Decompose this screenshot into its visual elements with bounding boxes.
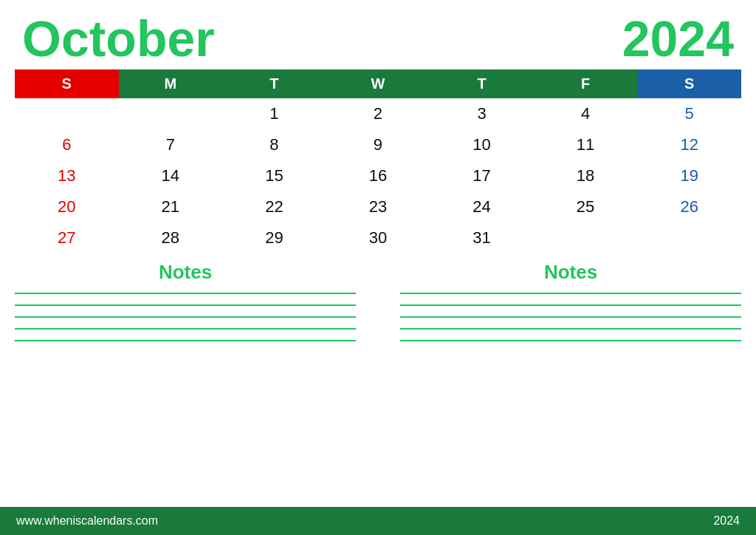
calendar-day: 18 — [534, 160, 638, 191]
calendar-row: 13141516171819 — [15, 160, 741, 191]
calendar-day: 10 — [430, 129, 534, 160]
header-sunday: S — [15, 69, 119, 98]
calendar-day: 15 — [222, 160, 326, 191]
header-friday: F — [534, 69, 638, 98]
notes-right-lines — [400, 293, 741, 341]
calendar-day: 3 — [430, 98, 534, 129]
calendar-day: 7 — [119, 129, 223, 160]
notes-line — [400, 304, 741, 306]
notes-right-label: Notes — [544, 261, 597, 284]
calendar-day: 2 — [326, 98, 430, 129]
calendar-day: 31 — [430, 222, 534, 253]
calendar-day: 6 — [15, 129, 119, 160]
calendar-day — [15, 98, 119, 129]
calendar-day: 28 — [119, 222, 223, 253]
calendar-day: 20 — [15, 191, 119, 222]
notes-left: Notes — [15, 261, 356, 507]
notes-section: Notes Notes — [0, 253, 756, 507]
footer: www.wheniscalendars.com 2024 — [0, 507, 756, 535]
footer-url: www.wheniscalendars.com — [16, 514, 158, 528]
calendar-day: 19 — [637, 160, 741, 191]
calendar-day: 4 — [534, 98, 638, 129]
calendar-day: 16 — [326, 160, 430, 191]
calendar-day: 5 — [637, 98, 741, 129]
notes-right: Notes — [400, 261, 741, 507]
notes-line — [15, 340, 356, 341]
footer-year: 2024 — [713, 514, 740, 528]
calendar-day: 24 — [430, 191, 534, 222]
calendar-day: 14 — [119, 160, 223, 191]
header-saturday: S — [637, 69, 741, 98]
notes-line — [400, 316, 741, 318]
notes-line — [15, 328, 356, 330]
calendar-day: 11 — [534, 129, 638, 160]
calendar-day: 1 — [222, 98, 326, 129]
header-monday: M — [119, 69, 223, 98]
header-wednesday: W — [326, 69, 430, 98]
notes-line — [15, 293, 356, 294]
calendar-day: 17 — [430, 160, 534, 191]
calendar-day — [534, 222, 638, 253]
calendar-row: 12345 — [15, 98, 741, 129]
year-title: 2024 — [622, 13, 734, 64]
day-header-row: S M T W T F S — [15, 69, 741, 98]
calendar-day: 27 — [15, 222, 119, 253]
calendar-day: 25 — [534, 191, 638, 222]
calendar-row: 6789101112 — [15, 129, 741, 160]
calendar-day: 12 — [637, 129, 741, 160]
notes-line — [400, 293, 741, 294]
calendar-table: S M T W T F S 12345678910111213141516171… — [15, 69, 741, 253]
notes-line — [15, 304, 356, 306]
notes-line — [400, 328, 741, 330]
calendar-section: S M T W T F S 12345678910111213141516171… — [0, 69, 756, 253]
notes-line — [400, 340, 741, 341]
notes-left-lines — [15, 293, 356, 341]
month-title: October — [22, 13, 215, 64]
calendar-day — [637, 222, 741, 253]
calendar-day: 21 — [119, 191, 223, 222]
notes-left-label: Notes — [159, 261, 212, 284]
notes-line — [15, 316, 356, 318]
calendar-day — [119, 98, 223, 129]
calendar-day: 9 — [326, 129, 430, 160]
header-thursday: T — [430, 69, 534, 98]
header-tuesday: T — [222, 69, 326, 98]
calendar-day: 29 — [222, 222, 326, 253]
calendar-day: 23 — [326, 191, 430, 222]
calendar-day: 22 — [222, 191, 326, 222]
calendar-day: 26 — [637, 191, 741, 222]
calendar-day: 13 — [15, 160, 119, 191]
header: October 2024 — [0, 0, 756, 69]
calendar-row: 20212223242526 — [15, 191, 741, 222]
calendar-page: October 2024 S M T W T F S 1234567891011… — [0, 0, 756, 535]
calendar-day: 8 — [222, 129, 326, 160]
calendar-row: 2728293031 — [15, 222, 741, 253]
calendar-day: 30 — [326, 222, 430, 253]
